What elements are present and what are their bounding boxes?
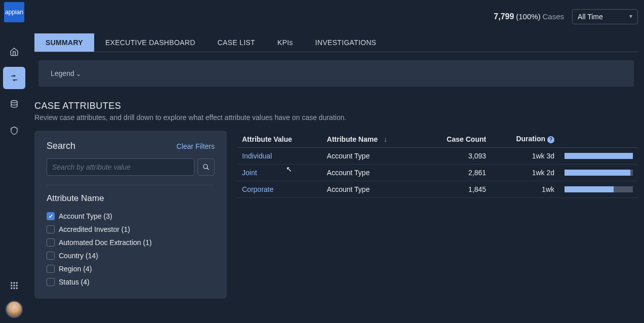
tab-investigations[interactable]: INVESTIGATIONS	[304, 33, 388, 52]
attribute-value-link[interactable]: Joint	[242, 169, 257, 177]
svg-rect-5	[14, 285, 15, 287]
filter-label: Accredited Investor (1)	[59, 225, 130, 233]
attribute-table: Attribute Value Attribute Name↓ Case Cou…	[237, 131, 638, 198]
attribute-name-heading: Attribute Name	[47, 193, 215, 204]
top-header: 7,799 (100%) Cases All Time	[28, 0, 644, 24]
checkbox[interactable]	[47, 225, 55, 233]
col-duration[interactable]: Duration?	[491, 131, 559, 148]
user-avatar[interactable]	[6, 301, 23, 318]
svg-point-0	[11, 101, 17, 103]
table-row: IndividualAccount Type3,0931wk 3d	[237, 148, 638, 165]
checkbox[interactable]	[47, 212, 55, 220]
duration-bar	[565, 153, 633, 159]
flow-icon[interactable]	[3, 67, 25, 89]
svg-rect-4	[11, 285, 12, 287]
filter-checkbox-row[interactable]: Region (4)	[47, 262, 215, 275]
svg-rect-8	[14, 288, 15, 289]
search-icon	[203, 164, 210, 171]
col-duration-bar	[559, 131, 638, 148]
table-row: CorporateAccount Type1,8451wk	[237, 181, 638, 198]
database-icon[interactable]	[3, 93, 25, 115]
attribute-table-panel: Attribute Value Attribute Name↓ Case Cou…	[237, 131, 638, 299]
duration-cell: 1wk	[491, 181, 559, 198]
home-icon[interactable]	[3, 41, 25, 63]
filter-label: Country (14)	[59, 252, 98, 260]
svg-rect-1	[11, 282, 12, 284]
filter-checkbox-row[interactable]: Account Type (3)	[47, 210, 215, 223]
case-count-label: Cases	[542, 12, 564, 21]
filter-label: Account Type (3)	[59, 212, 112, 220]
duration-bar	[565, 170, 633, 176]
sort-indicator-icon: ↓	[384, 135, 387, 143]
case-count-stat: 7,799 (100%) Cases	[494, 12, 564, 21]
search-button[interactable]	[197, 158, 215, 176]
duration-bar	[565, 186, 633, 192]
case-count-number: 7,799	[494, 12, 514, 21]
case-attributes-section: CASE ATTRIBUTES Review case attributes, …	[34, 101, 638, 299]
section-title: CASE ATTRIBUTES	[34, 101, 638, 111]
svg-point-10	[204, 165, 208, 169]
filter-panel: Search Clear Filters Attribute Name Acco…	[34, 131, 227, 299]
clear-filters-link[interactable]: Clear Filters	[177, 142, 215, 150]
col-case-count[interactable]: Case Count	[421, 131, 491, 148]
svg-rect-7	[11, 288, 12, 289]
tab-case-list[interactable]: CASE LIST	[207, 33, 266, 52]
tab-summary[interactable]: SUMMARY	[34, 33, 94, 52]
search-heading: Search	[47, 141, 75, 151]
svg-rect-6	[16, 285, 18, 287]
attribute-name-cell: Account Type	[322, 181, 422, 198]
shield-icon[interactable]	[3, 119, 25, 142]
case-count-cell: 1,845	[421, 181, 491, 198]
checkbox[interactable]	[47, 278, 55, 286]
attribute-value-link[interactable]: Corporate	[242, 185, 273, 193]
filter-checkbox-row[interactable]: Country (14)	[47, 249, 215, 262]
filter-label: Status (4)	[59, 278, 90, 286]
svg-rect-2	[14, 282, 15, 284]
duration-cell: 1wk 2d	[491, 165, 559, 181]
filter-checkbox-row[interactable]: Automated Doc Extraction (1)	[47, 236, 215, 249]
tab-executive-dashboard[interactable]: EXECUTIVE DASHBOARD	[94, 33, 207, 52]
checkbox[interactable]	[47, 238, 55, 247]
checkbox[interactable]	[47, 265, 55, 273]
attribute-value-link[interactable]: Individual	[242, 152, 272, 160]
table-row: JointAccount Type2,8611wk 2d	[237, 165, 638, 181]
filter-checkbox-row[interactable]: Status (4)	[47, 275, 215, 289]
timeframe-select[interactable]: All Time	[572, 9, 638, 24]
col-attribute-name[interactable]: Attribute Name↓	[322, 131, 422, 148]
case-count-cell: 2,861	[421, 165, 491, 181]
tab-kpis[interactable]: KPIs	[266, 33, 304, 52]
svg-rect-3	[16, 282, 18, 284]
legend-toggle[interactable]: Legend	[51, 69, 81, 77]
section-subtitle: Review case attributes, and drill down t…	[34, 113, 638, 122]
main-content: 7,799 (100%) Cases All Time SUMMARYEXECU…	[28, 0, 644, 323]
tab-bar: SUMMARYEXECUTIVE DASHBOARDCASE LISTKPIsI…	[34, 33, 638, 52]
checkbox[interactable]	[47, 252, 55, 260]
brand-logo[interactable]: appian	[4, 2, 24, 22]
left-nav-rail: appian	[0, 0, 28, 323]
filter-label: Region (4)	[59, 265, 92, 273]
apps-grid-icon[interactable]	[3, 274, 25, 297]
help-icon[interactable]: ?	[547, 136, 554, 143]
col-attribute-value[interactable]: Attribute Value	[237, 131, 322, 148]
filter-label: Automated Doc Extraction (1)	[59, 238, 152, 247]
legend-panel: Legend	[38, 60, 634, 87]
duration-cell: 1wk 3d	[491, 148, 559, 165]
svg-rect-9	[16, 288, 18, 289]
attribute-search-input[interactable]	[47, 158, 194, 176]
case-count-cell: 3,093	[421, 148, 491, 165]
attribute-name-cell: Account Type	[322, 165, 422, 181]
attribute-name-cell: Account Type	[322, 148, 422, 165]
filter-checkbox-row[interactable]: Accredited Investor (1)	[47, 223, 215, 236]
case-count-percent: (100%)	[516, 12, 540, 21]
